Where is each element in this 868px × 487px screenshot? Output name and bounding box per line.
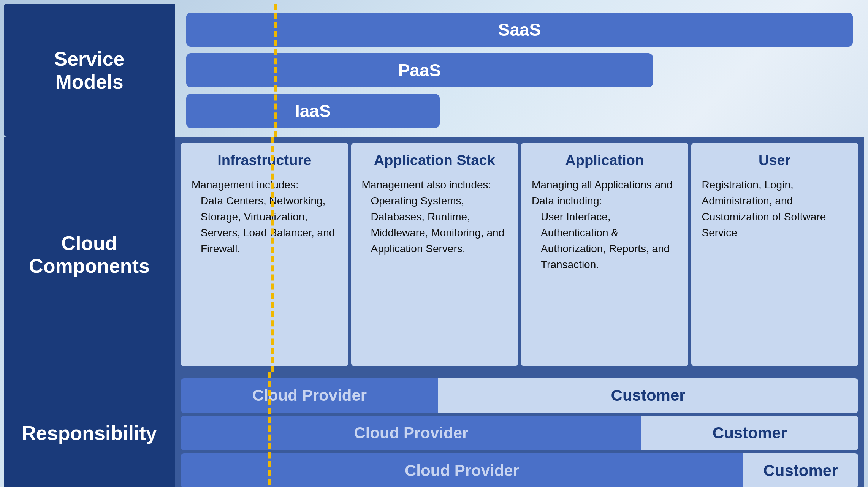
application-body-text: Managing all Applications and Data inclu… [532, 179, 672, 207]
saas-label: SaaS [498, 19, 541, 40]
infrastructure-items: Data Centers, Networking, Storage, Virtu… [201, 193, 337, 257]
infrastructure-body-text: Management includes: [192, 179, 299, 191]
infrastructure-card: Infrastructure Management includes: Data… [181, 143, 348, 366]
iaas-bar: IaaS [186, 94, 440, 128]
infrastructure-title: Infrastructure [192, 152, 337, 169]
responsibility-text: Responsibility [22, 422, 157, 444]
cloud-components-label: Cloud Components [4, 137, 175, 372]
iaas-customer: Customer [438, 378, 858, 413]
infrastructure-body: Management includes: Data Centers, Netwo… [192, 177, 337, 257]
app-stack-body: Management also includes: Operating Syst… [362, 177, 508, 257]
resp-row-paas: Cloud Provider Customer [181, 416, 858, 451]
iaas-customer-label: Customer [611, 386, 686, 405]
cloud-components-content: Infrastructure Management includes: Data… [175, 137, 864, 372]
paas-label: PaaS [398, 60, 441, 81]
paas-bar: PaaS [186, 53, 653, 87]
saas-customer-label: Customer [763, 462, 838, 480]
saas-provider: Cloud Provider [181, 453, 743, 487]
paas-provider-label: Cloud Provider [354, 424, 468, 442]
user-card: User Registration, Login, Administration… [691, 143, 858, 366]
paas-customer: Customer [641, 416, 858, 451]
saas-bar: SaaS [186, 13, 853, 47]
resp-row-iaas: Cloud Provider Customer [181, 378, 858, 413]
application-card: Application Managing all Applications an… [521, 143, 688, 366]
resp-row-saas: Cloud Provider Customer [181, 453, 858, 487]
service-models-label: Service Models [4, 4, 175, 137]
service-models-content: SaaS PaaS IaaS [175, 4, 864, 137]
saas-provider-label: Cloud Provider [405, 462, 519, 480]
app-stack-title: Application Stack [362, 152, 508, 169]
user-body: Registration, Login, Administration, and… [702, 177, 848, 241]
responsibility-label: Responsibility [4, 372, 175, 487]
saas-customer: Customer [743, 453, 858, 487]
application-title: Application [532, 152, 678, 169]
responsibility-content: Cloud Provider Customer Cloud Provider C… [175, 372, 864, 487]
application-items: User Interface, Authentication & Authori… [541, 209, 678, 273]
main-grid: Service Models SaaS PaaS IaaS Cloud Comp… [4, 4, 864, 487]
cloud-components-text: Cloud Components [29, 232, 150, 277]
app-stack-body-text: Management also includes: [362, 179, 491, 191]
app-stack-card: Application Stack Management also includ… [351, 143, 518, 366]
dashed-line-service [274, 4, 277, 137]
dashed-line-resp [268, 372, 271, 487]
paas-provider: Cloud Provider [181, 416, 641, 451]
dashed-line-comp [271, 137, 274, 372]
user-title: User [702, 152, 848, 169]
service-models-text: Service Models [54, 47, 124, 93]
application-body: Managing all Applications and Data inclu… [532, 177, 678, 273]
app-stack-items: Operating Systems, Databases, Runtime, M… [371, 193, 508, 257]
iaas-label: IaaS [295, 101, 331, 121]
iaas-provider: Cloud Provider [181, 378, 438, 413]
paas-customer-label: Customer [713, 424, 787, 442]
